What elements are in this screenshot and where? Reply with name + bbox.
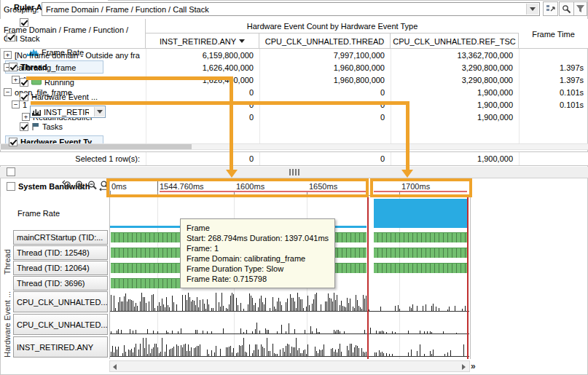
zoom-in-icon	[74, 180, 85, 191]
cell-inst-retired: 6,159,800,000	[146, 51, 259, 60]
scroll-right-icon[interactable]	[462, 364, 466, 370]
hardware-event-axis-label: Hardware Event ...	[3, 291, 12, 358]
table-row[interactable]: [No frame domain - Outside any fra 6,159…	[0, 49, 588, 61]
row-label: 1	[23, 100, 27, 109]
zoom-in-button[interactable]	[74, 180, 85, 192]
column-header-clk-ref-tsc[interactable]: CPU_CLK_UNHALTED.REF_TSC	[391, 33, 519, 49]
scroll-left-icon[interactable]	[113, 364, 117, 370]
filter-button[interactable]	[573, 1, 587, 16]
hw-event-lane-label[interactable]: INST_RETIRED.ANY	[13, 336, 108, 358]
tasks-flag-icon	[31, 122, 39, 131]
thread-checkbox[interactable]	[9, 63, 17, 71]
hw-event-lane-label[interactable]: CPU_CLK_UNHALTED...	[13, 291, 108, 312]
hw-event-histogram[interactable]	[110, 315, 469, 334]
grouping-value: Frame Domain / Frame / Function / Call S…	[46, 5, 209, 14]
column-separator	[391, 152, 391, 165]
expand-icon[interactable]	[22, 113, 30, 121]
hw-event-histogram[interactable]	[110, 337, 469, 357]
selected-clk-ref-tsc: 1,900,000	[391, 154, 519, 163]
customize-grouping-icon	[546, 4, 555, 14]
selected-label: Selected 1 row(s):	[0, 154, 146, 163]
sort-desc-icon	[239, 39, 245, 43]
grid-scrollbar-thumb[interactable]	[1, 144, 192, 149]
chevron-down-icon[interactable]	[94, 107, 104, 117]
expand-icon[interactable]	[4, 88, 12, 96]
cell-clk-thread: 7,997,100,000	[259, 51, 391, 60]
customize-grouping-button[interactable]	[543, 1, 558, 16]
thread-lane-label[interactable]: Thread (TID: 12548)	[13, 245, 108, 260]
tooltip-title: Frame	[187, 223, 329, 233]
grouping-select[interactable]: Frame Domain / Frame / Function / Call S…	[42, 2, 540, 16]
table-row[interactable]: open_file_frame 0 0 1,900,000 0.101s	[0, 86, 588, 98]
annotation-line	[230, 76, 233, 170]
zoom-undo-icon	[62, 180, 73, 191]
cell-clk-thread: 0	[259, 113, 391, 122]
timeline-horizontal-scrollbar[interactable]	[109, 360, 470, 372]
expand-icon[interactable]	[12, 100, 20, 108]
cell-inst-retired: 1,626,400,000	[146, 63, 259, 72]
tasks-checkbox[interactable]	[20, 122, 28, 131]
frame-boundary-marker	[367, 196, 369, 359]
column-separator	[146, 152, 146, 165]
annotation-arrowhead	[226, 170, 238, 178]
column-header-inst-retired[interactable]: INST_RETIRED.ANY	[146, 33, 259, 49]
column-header-clk-thread[interactable]: CPU_CLK_UNHALTED.THREAD	[259, 33, 391, 49]
cell-clk-thread: 1,960,800,000	[259, 76, 391, 84]
frame-boundary-marker	[467, 196, 469, 359]
annotation-line	[31, 101, 409, 105]
hw-event-histogram[interactable]	[110, 292, 469, 312]
cell-frame-time: 1.397s	[519, 63, 588, 72]
vtune-timeline-pane: Grouping: Frame Domain / Frame / Functio…	[0, 0, 588, 375]
zoom-out-icon	[87, 180, 98, 191]
hw-event-chart-icon	[32, 108, 42, 116]
thread-axis-label: Thread	[3, 249, 12, 275]
system-bandwidth-checkbox[interactable]	[7, 182, 15, 191]
grouping-label: Grouping:	[4, 5, 39, 14]
expand-panel-button[interactable]	[471, 361, 476, 371]
table-row[interactable]: calibrating_frame 1,626,400,000 1,960,80…	[0, 61, 588, 74]
cell-inst-retired: 0	[146, 88, 259, 97]
cell-frame-time: 0.101s	[519, 88, 588, 97]
zoom-out-button[interactable]	[86, 180, 98, 192]
cell-frame-time: 1.397s	[519, 76, 588, 84]
running-bar	[374, 232, 467, 242]
expand-icon[interactable]	[4, 51, 12, 59]
frame-rate-area-high	[374, 199, 468, 228]
cell-clk-thread: 1,960,800,000	[259, 63, 391, 72]
frame-tooltip: Frame Start: 268.794ms Duration: 1397.04…	[180, 218, 335, 288]
selected-inst-retired: 0	[146, 154, 259, 163]
column-header-frame-time[interactable]: Frame Time	[519, 19, 588, 49]
cell-clk-ref-tsc: 3,290,800,000	[391, 63, 519, 72]
hw-event-select[interactable]: INST_RETIR...	[30, 106, 106, 118]
annotation-highlight-box	[106, 178, 369, 197]
expand-icon[interactable]	[12, 76, 20, 84]
cell-frame-time: 0.101s	[519, 100, 588, 109]
thread-lane-label[interactable]: Thread (TID: 3696)	[13, 276, 108, 291]
thread-lane-label[interactable]: Thread (TID: 12064)	[13, 261, 108, 275]
annotation-line	[26, 76, 232, 80]
pane-splitter[interactable]	[0, 167, 588, 178]
hw-event-lane-label[interactable]: CPU_CLK_UNHALTED...	[13, 314, 108, 335]
column-separator	[519, 152, 520, 165]
selected-summary-row: Selected 1 row(s): 0 0 1,900,000	[0, 151, 588, 166]
hw-event-type-checkbox[interactable]	[9, 138, 17, 146]
thread-lane-label[interactable]: mainCRTStartup (TID:...	[13, 230, 108, 245]
annotation-arrowhead	[401, 170, 413, 178]
hw-event-checkbox[interactable]	[20, 92, 28, 101]
annotation-line	[406, 101, 409, 170]
row-label: [No frame domain - Outside any fra	[15, 51, 140, 60]
selected-clk-thread: 0	[259, 154, 391, 163]
column-group-header: Hardware Event Count by Hardware Event T…	[146, 19, 519, 33]
frame-checkbox[interactable]	[20, 18, 28, 27]
running-bar	[374, 248, 467, 258]
chevron-down-icon[interactable]	[526, 4, 538, 15]
cell-clk-ref-tsc: 3,290,800,000	[391, 76, 519, 84]
frame-rate-checkbox[interactable]	[7, 33, 15, 42]
cell-clk-thread: 0	[259, 88, 391, 97]
gpu-usage-checkbox[interactable]	[7, 167, 15, 176]
running-bar	[374, 263, 467, 273]
row-label: calibrating_frame	[15, 63, 76, 72]
zoom-undo-button[interactable]	[61, 180, 73, 192]
search-button[interactable]	[559, 1, 574, 16]
plot-right-edge	[470, 178, 471, 359]
